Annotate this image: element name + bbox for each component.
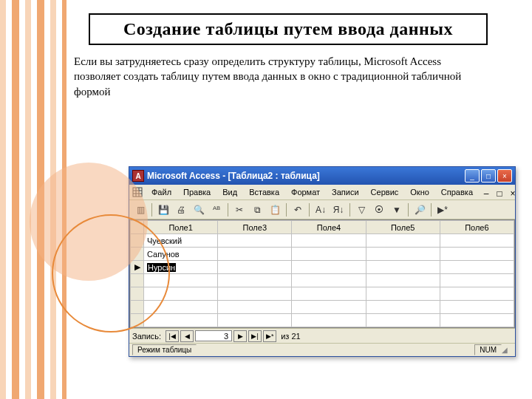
cell[interactable] <box>218 274 292 287</box>
nav-current-input[interactable] <box>195 330 232 341</box>
status-mode: Режим таблицы <box>132 344 197 355</box>
column-header[interactable]: Поле4 <box>292 221 366 234</box>
sort-desc-button[interactable]: Я↓ <box>330 202 347 217</box>
spellcheck-button[interactable]: ᴬᴮ <box>208 202 225 217</box>
cell[interactable] <box>440 301 514 314</box>
window-title: Microsoft Access - [Таблица2 : таблица] <box>147 171 465 181</box>
cell[interactable] <box>366 301 440 314</box>
close-button[interactable]: × <box>497 169 512 183</box>
cell[interactable] <box>292 234 366 248</box>
nav-last-button[interactable]: ▶| <box>248 330 262 342</box>
cell[interactable] <box>366 314 440 327</box>
menu-file[interactable]: Файл <box>146 186 177 198</box>
sort-asc-button[interactable]: A↓ <box>313 202 329 217</box>
cell[interactable] <box>440 287 514 301</box>
save-button[interactable]: 💾 <box>155 202 171 217</box>
cell[interactable] <box>440 261 514 274</box>
nav-label: Запись: <box>132 332 161 341</box>
copy-button[interactable]: ⧉ <box>249 202 265 217</box>
menu-insert[interactable]: Вставка <box>243 186 285 198</box>
nav-prev-button[interactable]: ◀ <box>180 330 194 342</box>
menu-edit[interactable]: Правка <box>177 186 216 198</box>
cell[interactable] <box>440 248 514 261</box>
cell[interactable] <box>440 314 514 327</box>
cell[interactable] <box>218 301 292 314</box>
find-button[interactable]: 🔎 <box>412 202 428 217</box>
cell[interactable] <box>366 287 440 301</box>
cell[interactable] <box>292 287 366 301</box>
cell[interactable] <box>366 248 440 261</box>
cell[interactable] <box>292 314 366 327</box>
cell[interactable] <box>366 274 440 287</box>
column-header[interactable]: Поле3 <box>218 221 292 234</box>
cell[interactable] <box>292 261 366 274</box>
table-row[interactable]: Чуевский <box>131 234 514 248</box>
cell[interactable] <box>218 261 292 274</box>
cell[interactable] <box>366 261 440 274</box>
cell[interactable] <box>440 234 514 248</box>
menu-tools[interactable]: Сервис <box>365 186 405 198</box>
table-row[interactable] <box>131 301 514 314</box>
slide-title: Создание таблицы путем ввода данных <box>89 13 488 45</box>
table-datasheet[interactable]: Поле1Поле3Поле4Поле5Поле6 ЧуевскийСапуно… <box>129 219 515 328</box>
table-row[interactable] <box>131 314 514 327</box>
nav-new-button[interactable]: ▶* <box>263 330 276 342</box>
cell[interactable] <box>440 274 514 287</box>
maximize-button[interactable]: □ <box>481 169 496 183</box>
menu-format[interactable]: Формат <box>285 186 326 198</box>
new-record-button[interactable]: ▶* <box>434 202 451 217</box>
menu-help[interactable]: Справка <box>435 186 479 198</box>
filter-selection-button[interactable]: ▽ <box>353 202 369 217</box>
doc-minimize-button[interactable]: – <box>482 188 491 196</box>
titlebar[interactable]: A Microsoft Access - [Таблица2 : таблица… <box>129 167 515 185</box>
apply-filter-button[interactable]: ▼ <box>389 202 405 217</box>
cell[interactable] <box>292 301 366 314</box>
menu-records[interactable]: Записи <box>326 186 365 198</box>
doc-maximize-button[interactable]: □ <box>495 188 504 196</box>
doc-close-button[interactable]: × <box>508 188 517 196</box>
status-num: NUM <box>474 344 502 355</box>
table-row[interactable] <box>131 287 514 301</box>
record-navigator: Запись: |◀ ◀ ▶ ▶| ▶* из 21 <box>129 328 515 343</box>
print-button[interactable]: 🖨 <box>173 202 189 217</box>
column-header[interactable]: Поле1 <box>144 221 218 234</box>
nav-next-button[interactable]: ▶ <box>233 330 247 342</box>
cell[interactable] <box>292 248 366 261</box>
toolbar: ▥ 💾 🖨 🔍 ᴬᴮ ✂ ⧉ 📋 ↶ A↓ Я↓ ▽ ⦿ ▼ 🔎 ▶* <box>129 200 515 219</box>
access-window: A Microsoft Access - [Таблица2 : таблица… <box>129 166 516 357</box>
menubar: Файл Правка Вид Вставка Формат Записи Се… <box>129 185 515 200</box>
table-row[interactable]: Сапунов <box>131 248 514 261</box>
filter-form-button[interactable]: ⦿ <box>371 202 387 217</box>
statusbar: Режим таблицы NUM ◢ <box>129 343 515 356</box>
preview-button[interactable]: 🔍 <box>191 202 207 217</box>
cell[interactable] <box>218 248 292 261</box>
menu-view[interactable]: Вид <box>216 186 243 198</box>
minimize-button[interactable]: _ <box>465 169 480 183</box>
column-header[interactable]: Поле6 <box>440 221 514 234</box>
cell[interactable] <box>366 234 440 248</box>
cell[interactable] <box>218 234 292 248</box>
table-row[interactable] <box>131 274 514 287</box>
column-header[interactable]: Поле5 <box>366 221 440 234</box>
undo-button[interactable]: ↶ <box>290 202 306 217</box>
cell[interactable] <box>218 314 292 327</box>
nav-first-button[interactable]: |◀ <box>166 330 179 342</box>
app-icon: A <box>132 170 144 182</box>
cell[interactable] <box>218 287 292 301</box>
menu-window[interactable]: Окно <box>404 186 435 198</box>
cut-button[interactable]: ✂ <box>231 202 248 217</box>
cell[interactable] <box>292 274 366 287</box>
slide-description: Если вы затрудняетесь сразу определить с… <box>74 54 488 99</box>
resize-grip-icon[interactable]: ◢ <box>502 346 512 354</box>
cell[interactable] <box>144 314 218 327</box>
nav-of-label: из 21 <box>281 332 301 341</box>
table-row[interactable]: ▶Нурсин <box>131 261 514 274</box>
paste-button[interactable]: 📋 <box>267 202 283 217</box>
